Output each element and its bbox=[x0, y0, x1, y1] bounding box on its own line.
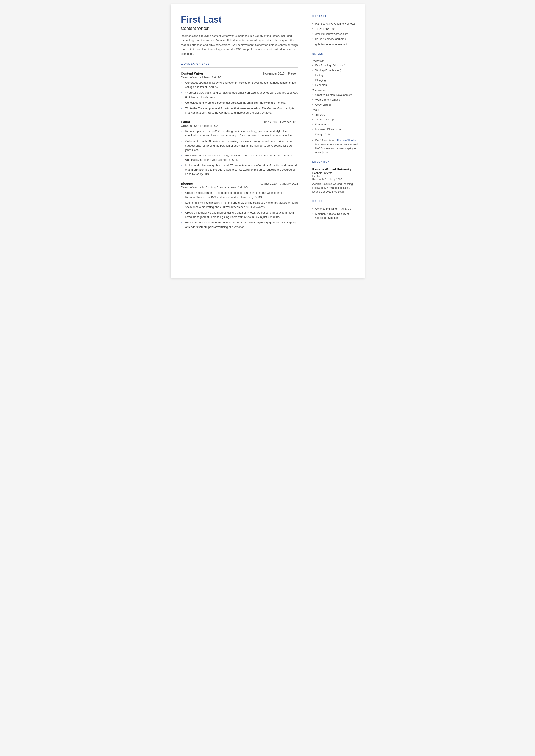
tools-label: Tools: bbox=[312, 109, 358, 112]
resume-page: First Last Content Writer Dogmatic and f… bbox=[171, 4, 365, 278]
job-bullets-2: Reduced plagiarism by 89% by editing cop… bbox=[181, 129, 298, 176]
right-column: CONTACT Harrisburg, PA (Open to Remote) … bbox=[306, 4, 365, 278]
job-dates-3: August 2010 – January 2013 bbox=[260, 182, 298, 185]
contact-phone: +1-234-456-789 bbox=[312, 27, 358, 31]
tools-list: Scrittura Adobe InDesign Grammarly Micro… bbox=[312, 113, 358, 136]
bullet-1-3: Conceived and wrote 5 e-books that attra… bbox=[181, 101, 298, 105]
contact-list: Harrisburg, PA (Open to Remote) +1-234-4… bbox=[312, 22, 358, 46]
skill-creative-content: Creative Content Development bbox=[312, 93, 358, 97]
bullet-1-2: Wrote 189 blog posts, and conducted 505 … bbox=[181, 91, 298, 99]
other-item-2: Member, National Society of Collegiate S… bbox=[312, 212, 358, 220]
edu-school: Resume Worded University bbox=[312, 168, 358, 171]
skill-proofreading: Proofreading (Advanced) bbox=[312, 64, 358, 68]
contact-location: Harrisburg, PA (Open to Remote) bbox=[312, 22, 358, 26]
bullet-3-2: Launched RW travel blog in 4 months and … bbox=[181, 201, 298, 209]
job-title-1: Content Writer bbox=[181, 71, 203, 75]
job-dates-1: November 2015 – Present bbox=[263, 72, 298, 75]
bullet-1-4: Wrote the 7 web copies and 41 articles t… bbox=[181, 106, 298, 115]
contact-label: CONTACT bbox=[312, 14, 358, 17]
technical-skills-list: Proofreading (Advanced) Writing (Experie… bbox=[312, 64, 358, 87]
skills-section: SKILLS Technical: Proofreading (Advanced… bbox=[312, 52, 358, 154]
left-column: First Last Content Writer Dogmatic and f… bbox=[171, 4, 306, 278]
skill-writing: Writing (Experienced) bbox=[312, 69, 358, 72]
job-header-1: Content Writer November 2015 – Present bbox=[181, 71, 298, 75]
job-title-2: Editor bbox=[181, 120, 190, 124]
job-block-2: Editor June 2013 – October 2015 Growthsi… bbox=[181, 120, 298, 176]
work-experience-label: WORK EXPERIENCE bbox=[181, 62, 298, 65]
techniques-label: Techniques: bbox=[312, 89, 358, 92]
contact-linkedin: linkedin.com/in/username bbox=[312, 37, 358, 41]
resume-worded-link[interactable]: Resume Worded bbox=[337, 139, 356, 142]
candidate-name: First Last bbox=[181, 14, 298, 25]
job-header-3: Blogger August 2010 – January 2013 bbox=[181, 182, 298, 185]
contact-section: CONTACT Harrisburg, PA (Open to Remote) … bbox=[312, 14, 358, 46]
job-company-2: Growthsi, San Francisco, CA bbox=[181, 124, 298, 127]
techniques-list: Creative Content Development Web Content… bbox=[312, 93, 358, 107]
tool-indesign: Adobe InDesign bbox=[312, 118, 358, 122]
bullet-2-2: Collaborated with 200 writers on improvi… bbox=[181, 139, 298, 152]
tool-ms-office: Microsoft Office Suite bbox=[312, 127, 358, 131]
skills-note-prefix: Don't forget to use bbox=[316, 139, 337, 142]
bullet-2-1: Reduced plagiarism by 89% by editing cop… bbox=[181, 129, 298, 138]
job-company-3: Resume Worded's Exciting Company, New Yo… bbox=[181, 186, 298, 189]
candidate-title: Content Writer bbox=[181, 26, 298, 31]
job-dates-2: June 2013 – October 2015 bbox=[263, 120, 298, 124]
job-block-3: Blogger August 2010 – January 2013 Resum… bbox=[181, 182, 298, 229]
job-block-1: Content Writer November 2015 – Present R… bbox=[181, 71, 298, 115]
bullet-3-3: Created infographics and memes using Can… bbox=[181, 210, 298, 219]
other-label: OTHER bbox=[312, 200, 358, 202]
bullet-1-1: Generated 2K backlinks by writing over 5… bbox=[181, 81, 298, 89]
edu-field: English bbox=[312, 175, 358, 178]
other-item-1: Contributing Writer, 'RW & Me'. bbox=[312, 207, 358, 211]
contact-email: email@resumeworded.com bbox=[312, 32, 358, 36]
bullet-2-3: Reviewed 3K documents for clarity, conci… bbox=[181, 154, 298, 162]
skill-blogging: Blogging bbox=[312, 78, 358, 82]
work-section: Content Writer November 2015 – Present R… bbox=[181, 71, 298, 229]
skill-research: Research bbox=[312, 83, 358, 87]
skills-note-suffix: to scan your resume before you send it o… bbox=[316, 143, 358, 154]
other-section: OTHER Contributing Writer, 'RW & Me'. Me… bbox=[312, 200, 358, 220]
bullet-3-4: Generated unique content through the cra… bbox=[181, 220, 298, 229]
edu-degree: Bachelor of Arts bbox=[312, 171, 358, 175]
bullet-3-1: Created and published 73 engaging blog p… bbox=[181, 191, 298, 199]
edu-awards: Awards: Resume Worded Teaching Fellow (o… bbox=[312, 182, 358, 194]
job-title-3: Blogger bbox=[181, 182, 193, 185]
skill-editing: Editing bbox=[312, 73, 358, 77]
skill-copy-editing: Copy Editing bbox=[312, 103, 358, 107]
job-header-2: Editor June 2013 – October 2015 bbox=[181, 120, 298, 124]
bullet-2-4: Maintained a knowledge base of all 27 pr… bbox=[181, 163, 298, 176]
education-section: EDUCATION Resume Worded University Bache… bbox=[312, 160, 358, 194]
tool-grammarly: Grammarly bbox=[312, 123, 358, 126]
skills-divider bbox=[312, 57, 358, 57]
education-divider bbox=[312, 165, 358, 165]
tool-google-suite: Google Suite bbox=[312, 132, 358, 136]
job-bullets-1: Generated 2K backlinks by writing over 5… bbox=[181, 81, 298, 115]
tool-scrittura: Scrittura bbox=[312, 113, 358, 117]
other-list: Contributing Writer, 'RW & Me'. Member, … bbox=[312, 207, 358, 220]
job-company-1: Resume Worded, New York, NY bbox=[181, 76, 298, 79]
skills-note: Don't forget to use Resume Worded to sca… bbox=[312, 139, 358, 154]
contact-github: github.com/resumeworded bbox=[312, 42, 358, 46]
summary-text: Dogmatic and fun-loving content writer w… bbox=[181, 34, 298, 56]
skill-web-content: Web Content Writing bbox=[312, 98, 358, 102]
education-label: EDUCATION bbox=[312, 160, 358, 163]
edu-dates: Boston, MA — May 2009 bbox=[312, 178, 358, 181]
technical-label: Technical: bbox=[312, 60, 358, 63]
skills-label: SKILLS bbox=[312, 52, 358, 55]
job-bullets-3: Created and published 73 engaging blog p… bbox=[181, 191, 298, 229]
